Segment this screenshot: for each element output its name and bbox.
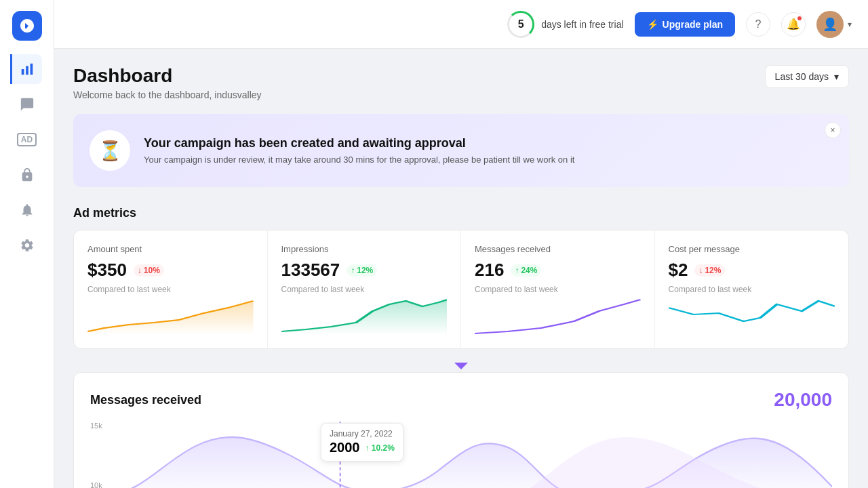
gear-icon: [20, 238, 35, 253]
messages-section-title: Messages received: [90, 393, 201, 407]
metric-value: $2: [669, 260, 688, 281]
messages-chart-area: 15k 10k: [90, 422, 832, 488]
page-title: Dashboard: [73, 65, 262, 87]
date-filter-dropdown[interactable]: Last 30 days ▾: [765, 65, 849, 88]
compare-text: Compared to last week: [281, 285, 448, 294]
app-logo[interactable]: [12, 11, 42, 41]
dashboard-header: Dashboard Welcome back to the dashboard,…: [73, 65, 849, 100]
sidebar-item-notifications[interactable]: [12, 195, 42, 225]
tooltip-value: 2000: [330, 440, 360, 455]
metric-badge: ↑ 24%: [511, 264, 541, 277]
top-header: 5 days left in free trial Upgrade plan ?…: [54, 0, 868, 49]
chevron-down-icon: ▾: [848, 20, 852, 29]
chevron-down-icon: ▾: [834, 71, 839, 82]
bell-icon: [20, 203, 35, 218]
metrics-grid: Amount spent $350 ↓ 10% Compared to last…: [73, 230, 849, 349]
main-area: 5 days left in free trial Upgrade plan ?…: [54, 0, 868, 488]
title-block: Dashboard Welcome back to the dashboard,…: [73, 65, 262, 100]
bar-chart-icon: [20, 62, 35, 77]
help-button[interactable]: ?: [746, 12, 770, 37]
metric-impressions: Impressions 133567 ↑ 12% Compared to las…: [268, 230, 462, 348]
metric-value: 216: [475, 260, 504, 281]
badge-value: 10%: [144, 266, 160, 275]
metric-label: Amount spent: [87, 244, 254, 254]
tooltip-date: January 27, 2022: [330, 429, 395, 439]
compare-text: Compared to last week: [87, 285, 254, 294]
badge-value: 12%: [705, 266, 721, 275]
sidebar-item-security[interactable]: [12, 160, 42, 190]
sidebar-item-settings[interactable]: [12, 230, 42, 260]
trial-badge: 5 days left in free trial: [507, 11, 623, 38]
page-content: Dashboard Welcome back to the dashboard,…: [54, 49, 868, 488]
upgrade-plan-button[interactable]: Upgrade plan: [635, 12, 735, 37]
user-avatar: 👤: [816, 11, 844, 38]
ad-metrics-title: Ad metrics: [73, 206, 849, 220]
metric-badge: ↓ 12%: [694, 264, 725, 277]
svg-rect-0: [21, 69, 24, 75]
upgrade-label: Upgrade plan: [663, 19, 723, 30]
y-label-10k: 10k: [90, 481, 102, 488]
banner-title: Your campaign has been created and await…: [144, 136, 574, 150]
amount-spent-chart: [87, 294, 254, 335]
close-icon: ×: [830, 125, 835, 135]
metric-badge: ↑ 12%: [347, 264, 377, 277]
chat-icon: [20, 97, 35, 112]
messages-total-count: 20,000: [774, 389, 832, 411]
banner-icon: ⏳: [90, 130, 130, 171]
metric-value-row: 216 ↑ 24%: [475, 260, 641, 281]
trial-days-number: 5: [518, 18, 524, 30]
selected-indicator: [73, 363, 849, 369]
lock-icon: [20, 167, 35, 182]
chart-tooltip: January 27, 2022 2000 ↑ 10.2%: [321, 423, 403, 462]
page-subtitle: Welcome back to the dashboard, indusvall…: [73, 89, 262, 100]
metric-label: Cost per message: [669, 244, 835, 254]
metric-value: 133567: [281, 260, 340, 281]
date-filter-label: Last 30 days: [775, 71, 829, 82]
notification-dot: [797, 16, 802, 21]
arrow-down-icon: ↓: [138, 266, 142, 275]
sidebar-item-ads[interactable]: AD: [12, 125, 42, 155]
metric-value-row: $2 ↓ 12%: [669, 260, 835, 281]
impressions-chart: [281, 294, 448, 335]
hourglass-icon: ⏳: [98, 140, 122, 162]
trial-days-circle: 5: [507, 11, 534, 38]
metric-messages-received: Messages received 216 ↑ 24% Compared to …: [461, 230, 655, 348]
messages-svg-chart: [111, 422, 832, 488]
compare-text: Compared to last week: [669, 285, 835, 294]
sidebar-item-messages[interactable]: [12, 89, 42, 119]
y-label-15k: 15k: [90, 422, 102, 430]
banner-text-block: Your campaign has been created and await…: [144, 136, 574, 165]
chart-y-labels: 15k 10k: [90, 422, 102, 488]
messages-received-section: Messages received 20,000 15k 10k: [73, 372, 849, 488]
badge-value: 12%: [357, 266, 373, 275]
sidebar-item-dashboard[interactable]: [10, 54, 42, 84]
metric-label: Messages received: [475, 244, 641, 254]
arrow-down-icon: ↓: [698, 266, 703, 275]
metric-value-row: $350 ↓ 10%: [87, 260, 254, 281]
metric-label: Impressions: [281, 244, 448, 254]
banner-close-button[interactable]: ×: [825, 122, 841, 138]
sidebar: AD: [0, 0, 54, 488]
question-icon: ?: [755, 18, 762, 30]
ad-icon: AD: [17, 133, 37, 146]
metric-amount-spent: Amount spent $350 ↓ 10% Compared to last…: [74, 230, 268, 348]
metric-cost-per-message: Cost per message $2 ↓ 12% Compared to la…: [655, 230, 849, 348]
badge-value: 24%: [521, 266, 537, 275]
svg-rect-1: [26, 66, 28, 75]
campaign-banner: ⏳ Your campaign has been created and awa…: [73, 114, 849, 187]
metric-value: $350: [87, 260, 127, 281]
cost-per-message-chart: [669, 294, 835, 335]
tooltip-change: ↑ 10.2%: [366, 443, 395, 453]
notifications-button[interactable]: 🔔: [781, 12, 806, 37]
trial-text: days left in free trial: [541, 19, 623, 30]
compare-text: Compared to last week: [475, 285, 641, 294]
banner-description: Your campaign is under review, it may ta…: [144, 155, 574, 165]
messages-chart: [475, 294, 641, 335]
metric-value-row: 133567 ↑ 12%: [281, 260, 448, 281]
rocket-icon: [19, 18, 35, 34]
arrow-up-icon: ↑: [351, 266, 355, 275]
metric-badge: ↓ 10%: [134, 264, 164, 277]
indicator-arrow: [454, 363, 468, 369]
messages-section-header: Messages received 20,000: [90, 389, 832, 411]
user-menu[interactable]: 👤 ▾: [816, 11, 852, 38]
